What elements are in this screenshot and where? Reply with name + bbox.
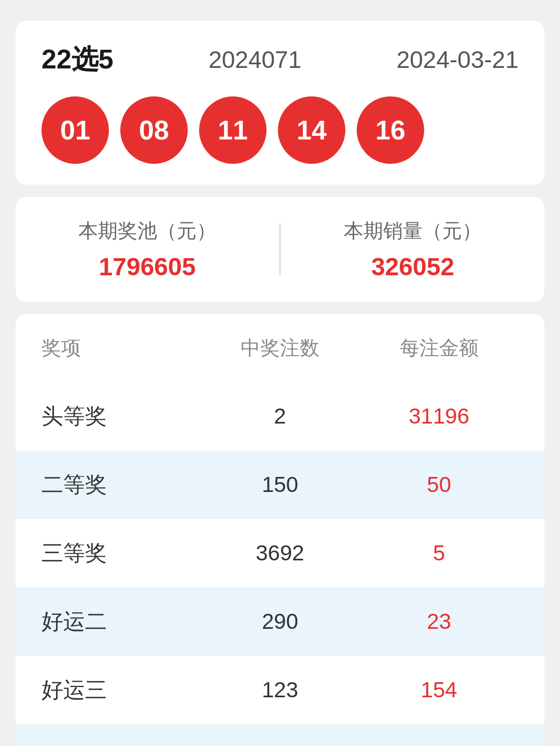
prize-name-0: 头等奖	[41, 402, 201, 431]
prize-count-1: 150	[201, 472, 360, 497]
pool-stat: 本期奖池（元） 1796605	[78, 218, 216, 281]
lottery-name: 22选5	[41, 41, 114, 78]
prize-name-1: 二等奖	[41, 470, 201, 499]
prize-table-card: 奖项 中奖注数 每注金额 头等奖 2 31196 二等奖 150 50 三等奖 …	[16, 314, 544, 746]
pool-value: 1796605	[99, 252, 196, 281]
prize-amount-4: 154	[359, 678, 519, 702]
prize-amount-0: 31196	[359, 404, 519, 429]
ball-4: 14	[278, 96, 345, 164]
table-row: 好运二 290 23	[16, 587, 544, 656]
stats-card: 本期奖池（元） 1796605 本期销量（元） 326052	[16, 197, 544, 302]
prize-amount-2: 5	[359, 541, 519, 566]
col-header-amount: 每注金额	[359, 335, 519, 361]
ball-5: 16	[357, 96, 424, 164]
col-header-count: 中奖注数	[201, 335, 360, 361]
prize-name-5: 好运四	[41, 744, 201, 746]
draw-date: 2024-03-21	[397, 46, 519, 74]
table-row: 三等奖 3692 5	[16, 519, 544, 587]
ball-1: 01	[41, 96, 109, 164]
header-top: 22选5 2024071 2024-03-21	[41, 41, 519, 78]
prize-count-4: 123	[201, 678, 360, 702]
ball-3: 11	[199, 96, 267, 164]
prize-amount-1: 50	[359, 472, 519, 497]
ball-2: 08	[120, 96, 188, 164]
table-row: 好运三 123 154	[16, 656, 544, 724]
prize-count-2: 3692	[201, 541, 360, 566]
prize-name-2: 三等奖	[41, 539, 201, 568]
sales-label: 本期销量（元）	[344, 218, 482, 244]
stat-divider	[279, 223, 281, 275]
header-card: 22选5 2024071 2024-03-21 01 08 11 14 16	[16, 21, 544, 185]
col-header-name: 奖项	[41, 335, 201, 361]
sales-value: 326052	[371, 252, 454, 281]
prize-amount-3: 23	[359, 609, 519, 634]
table-header: 奖项 中奖注数 每注金额	[16, 314, 544, 382]
table-row: 头等奖 2 31196	[16, 382, 544, 451]
prize-count-0: 2	[201, 404, 360, 429]
issue-number: 2024071	[208, 46, 301, 74]
table-row: 二等奖 150 50	[16, 451, 544, 519]
prize-name-4: 好运三	[41, 675, 201, 705]
pool-label: 本期奖池（元）	[78, 218, 216, 244]
balls-row: 01 08 11 14 16	[41, 96, 519, 164]
prize-name-3: 好运二	[41, 607, 201, 636]
prize-count-3: 290	[201, 609, 360, 634]
table-row: 好运四 5 1463	[16, 724, 544, 746]
sales-stat: 本期销量（元） 326052	[344, 218, 482, 281]
